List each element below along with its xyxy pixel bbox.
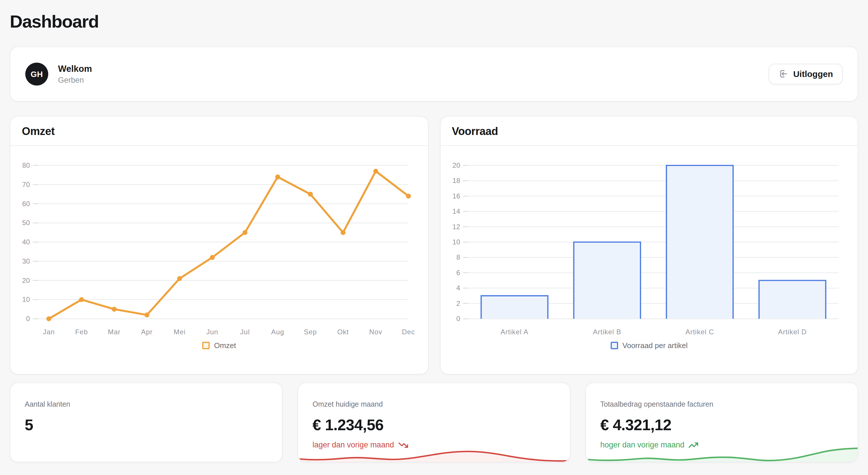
- welcome-text: Welkom Gerben: [58, 63, 92, 85]
- svg-text:4: 4: [456, 284, 460, 291]
- voorraad-bar-chart: 02468101214161820Artikel AArtikel BArtik…: [440, 146, 858, 374]
- svg-text:16: 16: [452, 192, 460, 199]
- omzet-legend[interactable]: Omzet: [10, 341, 428, 349]
- svg-text:2: 2: [456, 299, 460, 307]
- svg-text:Apr: Apr: [141, 328, 153, 336]
- stat-label: Omzet huidige maand: [312, 400, 556, 409]
- svg-text:40: 40: [22, 238, 30, 246]
- stat-card-revenue-month: Omzet huidige maand € 1.234,56 lager dan…: [298, 382, 570, 462]
- sparkline-up-chart: [586, 447, 858, 462]
- svg-text:Feb: Feb: [75, 328, 88, 336]
- svg-text:Mei: Mei: [174, 328, 186, 336]
- svg-text:Artikel D: Artikel D: [778, 328, 807, 336]
- svg-text:20: 20: [452, 161, 460, 169]
- svg-text:0: 0: [26, 314, 30, 322]
- stat-card-open-invoices: Totaalbedrag openstaande facturen € 4.32…: [585, 382, 858, 462]
- sparkline-down-chart: [298, 447, 570, 462]
- voorraad-legend[interactable]: Voorraad per artikel: [440, 341, 858, 349]
- stat-label: Aantal klanten: [25, 400, 268, 409]
- voorraad-bar-chart-canvas[interactable]: 02468101214161820Artikel AArtikel BArtik…: [440, 146, 858, 374]
- svg-text:Artikel C: Artikel C: [685, 328, 714, 336]
- svg-text:Artikel A: Artikel A: [500, 328, 528, 336]
- logout-button[interactable]: Uitloggen: [769, 63, 843, 84]
- svg-text:80: 80: [22, 161, 30, 169]
- voorraad-legend-swatch: [610, 342, 618, 349]
- svg-text:14: 14: [452, 207, 460, 215]
- stat-value: € 4.321,12: [600, 416, 843, 434]
- svg-text:Nov: Nov: [369, 328, 382, 336]
- svg-text:Jul: Jul: [240, 328, 250, 336]
- voorraad-legend-label: Voorraad per artikel: [622, 341, 688, 349]
- stat-value: 5: [25, 416, 268, 434]
- omzet-line-chart-canvas[interactable]: 01020304050607080JanFebMarAprMeiJunJulAu…: [10, 146, 428, 374]
- svg-text:Sep: Sep: [304, 328, 317, 336]
- svg-text:18: 18: [452, 177, 460, 184]
- omzet-line-chart: 01020304050607080JanFebMarAprMeiJunJulAu…: [10, 146, 428, 374]
- svg-text:10: 10: [22, 295, 30, 303]
- svg-text:Dec: Dec: [402, 328, 415, 336]
- svg-text:30: 30: [22, 257, 30, 265]
- svg-text:50: 50: [22, 219, 30, 227]
- svg-text:Jan: Jan: [43, 328, 55, 336]
- omzet-legend-swatch: [202, 342, 209, 349]
- svg-text:Artikel B: Artikel B: [593, 328, 621, 336]
- welcome-username: Gerben: [58, 76, 92, 85]
- svg-text:10: 10: [452, 238, 460, 246]
- svg-text:60: 60: [22, 199, 30, 207]
- stats-row: Aantal klanten 5 Omzet huidige maand € 1…: [10, 382, 858, 462]
- logout-icon: [778, 69, 788, 79]
- omzet-legend-label: Omzet: [214, 341, 236, 349]
- svg-text:20: 20: [22, 276, 30, 284]
- svg-text:Mar: Mar: [108, 328, 120, 336]
- charts-row: Omzet 01020304050607080JanFebMarAprMeiJu…: [10, 116, 858, 374]
- svg-text:6: 6: [456, 268, 460, 276]
- svg-text:8: 8: [456, 253, 460, 261]
- svg-text:Jun: Jun: [206, 328, 218, 336]
- voorraad-chart-card: Voorraad 02468101214161820Artikel AArtik…: [440, 116, 858, 374]
- svg-text:12: 12: [452, 223, 460, 230]
- stat-card-customers: Aantal klanten 5: [10, 382, 283, 462]
- avatar: GH: [25, 62, 48, 85]
- stat-label: Totaalbedrag openstaande facturen: [600, 400, 843, 409]
- svg-text:0: 0: [456, 314, 460, 322]
- omzet-chart-title: Omzet: [10, 116, 428, 146]
- welcome-greeting: Welkom: [58, 63, 92, 74]
- voorraad-chart-title: Voorraad: [440, 116, 858, 146]
- svg-text:Okt: Okt: [337, 328, 349, 336]
- svg-text:Aug: Aug: [271, 328, 284, 336]
- dashboard-page: Dashboard GH Welkom Gerben Uitloggen Omz…: [0, 0, 868, 475]
- welcome-card: GH Welkom Gerben Uitloggen: [10, 46, 858, 101]
- stat-value: € 1.234,56: [312, 416, 556, 434]
- svg-text:70: 70: [22, 180, 30, 188]
- page-title: Dashboard: [10, 0, 858, 32]
- logout-label: Uitloggen: [793, 69, 833, 79]
- omzet-chart-card: Omzet 01020304050607080JanFebMarAprMeiJu…: [10, 116, 428, 374]
